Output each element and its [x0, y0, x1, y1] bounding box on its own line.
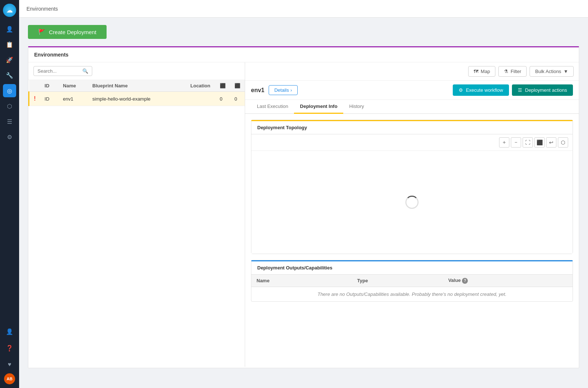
sidebar-item-favorites[interactable]: ♥: [3, 358, 16, 371]
outputs-empty-row: There are no Outputs/Capabilities availa…: [251, 287, 573, 301]
search-input[interactable]: [37, 68, 80, 74]
sidebar-item-help[interactable]: ❓: [3, 341, 16, 355]
sidebar-item-network[interactable]: ⬡: [3, 99, 16, 113]
panel-header: Environments: [28, 47, 579, 62]
execute-icon: ⚙: [459, 87, 463, 93]
settings-icon: ⚙: [7, 134, 12, 141]
zoom-in-button[interactable]: ＋: [499, 137, 509, 148]
th-name[interactable]: Name: [58, 80, 88, 92]
select-icon: ⬡: [561, 139, 565, 145]
row-blueprint: simple-hello-world-example: [88, 92, 186, 106]
th-location[interactable]: Location: [186, 80, 215, 92]
row-status: !: [29, 92, 40, 106]
env-table: ID Name Blueprint Name Location ⬛ ⬛: [28, 80, 245, 106]
undo-icon: ↩: [549, 139, 553, 145]
environments-icon: ◎: [7, 87, 12, 94]
favorites-icon: ♥: [8, 361, 11, 368]
deployments-icon: 🚀: [6, 57, 13, 64]
outputs-card-body: Name Type Value ?: [251, 275, 573, 301]
env-toolbar: 🔍: [28, 62, 245, 80]
deployment-actions-button[interactable]: ☰ Deployment actions: [512, 84, 573, 96]
th-output-type: Type: [352, 275, 443, 287]
executions-column-icon: ⬛: [220, 83, 226, 88]
environments-panel: Environments 🔍: [28, 46, 579, 368]
tools-icon: 🔧: [6, 72, 13, 79]
detail-header: env1 Details › ⚙ Execute workflow ☰: [245, 81, 579, 100]
sidebar-item-settings[interactable]: ⚙: [3, 130, 16, 144]
row-count1: 0: [215, 92, 230, 106]
deployment-topology-card: Deployment Topology ＋ －: [251, 120, 573, 254]
outputs-card: Deployment Outputs/Capabilities Name Typ…: [251, 260, 573, 302]
row-name[interactable]: env1: [58, 92, 88, 106]
error-status-icon: !: [34, 95, 36, 102]
profile-icon: 👤: [6, 328, 13, 335]
sidebar-item-profile[interactable]: 👤: [3, 325, 16, 338]
fit-view-icon: ⛶: [525, 139, 530, 145]
tab-history[interactable]: History: [343, 100, 370, 114]
sidebar: ☁ 👤 📋 🚀 🔧 ◎ ⬡ ☰ ⚙ 👤 ❓ ♥ AB: [0, 0, 19, 388]
sidebar-item-users[interactable]: 👤: [3, 22, 16, 36]
th-icon2: ⬛: [230, 80, 245, 92]
env-name-badge: env1: [251, 87, 264, 94]
th-blueprint[interactable]: Blueprint Name: [88, 80, 186, 92]
bulk-actions-chevron-icon: ▼: [563, 69, 568, 74]
execute-workflow-button[interactable]: ⚙ Execute workflow: [453, 84, 509, 96]
bulk-actions-button[interactable]: Bulk Actions ▼: [530, 66, 574, 77]
env-layout: 🔍 ID Name Blueprint Name: [28, 62, 579, 367]
row-location: [186, 92, 215, 106]
topbar: Environments: [19, 0, 588, 18]
nodes-column-icon: ⬛: [234, 83, 240, 88]
map-button[interactable]: 🗺 Map: [468, 66, 495, 77]
logs-icon: ☰: [7, 118, 12, 125]
sidebar-item-deployments[interactable]: 🚀: [3, 53, 16, 66]
search-icon: 🔍: [82, 68, 88, 74]
table-row[interactable]: ! ID env1 simple-hello-world-example 0 0: [29, 92, 245, 106]
action-buttons: ⚙ Execute workflow ☰ Deployment actions: [453, 84, 573, 96]
map-icon: 🗺: [474, 69, 478, 74]
value-help-icon[interactable]: ?: [462, 278, 468, 284]
page-content: 🚩 Create Deployment Environments 🔍: [19, 18, 588, 388]
filter-icon: ⚗: [504, 69, 508, 74]
env-table-wrapper: ID Name Blueprint Name Location ⬛ ⬛: [28, 80, 245, 106]
app-title: Environments: [26, 6, 58, 12]
layout-button[interactable]: ⬛: [534, 137, 545, 148]
blueprints-icon: 📋: [6, 41, 13, 48]
avatar[interactable]: AB: [4, 373, 15, 384]
th-id[interactable]: ID: [40, 80, 58, 92]
right-toolbar: 🗺 Map ⚗ Filter Bulk Actions ▼: [245, 62, 579, 81]
zoom-out-button[interactable]: －: [511, 137, 521, 148]
details-button[interactable]: Details ›: [269, 85, 297, 95]
topology-toolbar: ＋ － ⛶ ⬛: [251, 134, 573, 151]
app-logo[interactable]: ☁: [3, 4, 16, 17]
detail-content: Deployment Topology ＋ －: [245, 114, 579, 367]
th-checkbox: [29, 80, 40, 92]
search-box[interactable]: 🔍: [33, 66, 92, 76]
filter-button[interactable]: ⚗ Filter: [498, 66, 527, 77]
tab-last-execution[interactable]: Last Execution: [251, 100, 294, 114]
deployment-actions-icon: ☰: [518, 87, 522, 93]
select-button[interactable]: ⬡: [558, 137, 568, 148]
logo-icon: ☁: [6, 6, 13, 14]
fit-view-button[interactable]: ⛶: [523, 137, 533, 148]
users-icon: 👤: [6, 26, 13, 33]
env-detail-panel: 🗺 Map ⚗ Filter Bulk Actions ▼: [245, 62, 579, 367]
help-icon: ❓: [6, 345, 13, 352]
sidebar-item-environments[interactable]: ◎: [3, 84, 16, 97]
th-output-value: Value ?: [443, 275, 573, 287]
topology-card-header: Deployment Topology: [251, 120, 573, 134]
main-content: Environments 🚩 Create Deployment Environ…: [19, 0, 588, 388]
sidebar-item-tools[interactable]: 🔧: [3, 69, 16, 82]
zoom-in-icon: ＋: [502, 139, 507, 146]
outputs-table: Name Type Value ?: [251, 275, 573, 301]
layout-icon: ⬛: [537, 139, 543, 145]
detail-tabs: Last Execution Deployment Info History: [245, 100, 579, 114]
sidebar-item-logs[interactable]: ☰: [3, 115, 16, 128]
create-deployment-button[interactable]: 🚩 Create Deployment: [28, 25, 107, 39]
outputs-card-header: Deployment Outputs/Capabilities: [251, 260, 573, 275]
tab-deployment-info[interactable]: Deployment Info: [294, 100, 343, 114]
details-chevron-icon: ›: [290, 87, 292, 93]
row-id: ID: [40, 92, 58, 106]
topology-canvas: [251, 151, 573, 254]
sidebar-item-blueprints[interactable]: 📋: [3, 38, 16, 51]
undo-button[interactable]: ↩: [546, 137, 556, 148]
